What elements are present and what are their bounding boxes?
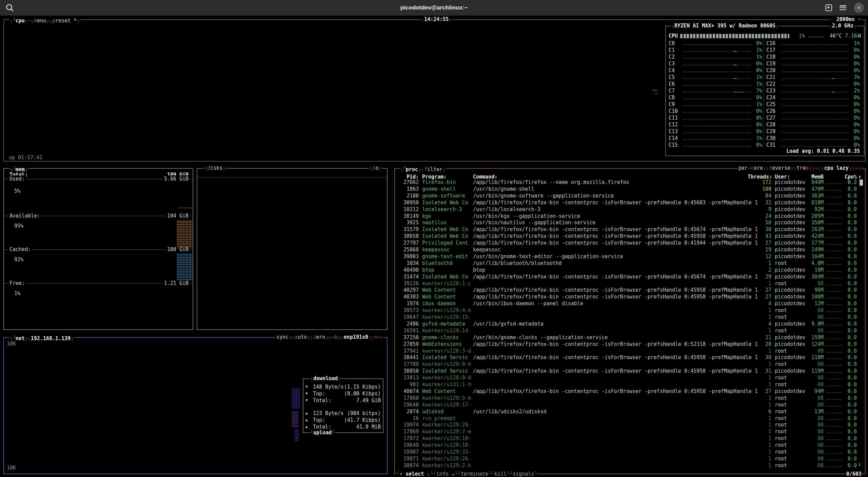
n--toggle[interactable]: n→ (374, 334, 380, 340)
--toggle[interactable]: ← (815, 165, 818, 171)
new-tab-icon[interactable] (825, 4, 832, 11)
core-row-c24: C240% (666, 94, 864, 101)
network-controls: sync┌┐auto┌┐zero┌┐←b┌┐enp191s0┌┐n→┌ (276, 334, 384, 340)
process-panel-title: ┐4proc┌┐filter┌ (400, 165, 446, 173)
process-row-40297[interactable]: 40297Web Content/app/lib/firefox/firefox… (395, 287, 865, 293)
download-arrow-icon: ▼ (305, 383, 308, 390)
process-row-40074[interactable]: 40074Web Content/app/lib/firefox/firefox… (395, 388, 865, 395)
process-row-27797[interactable]: 27797Privileged Cont/app/lib/firefox/fir… (395, 240, 865, 246)
process-row-27859[interactable]: 27859WebExtensions/app/lib/firefox/firef… (395, 341, 865, 348)
mem-cached-percent: 92% (14, 256, 23, 263)
cpu-graph-dots (654, 93, 658, 95)
ip-address: 192.168.1.139 (31, 335, 71, 341)
interval-value: 2000ms (836, 16, 855, 22)
process-row-2074[interactable]: 2074udisksd/usr/lib/udisks2/udisksd6root… (395, 408, 865, 415)
process-row-37250[interactable]: 37250gnome-clocks/usr/bin/gnome-clocks -… (395, 334, 865, 341)
process-row-38850[interactable]: 38850Isolated Servic/app/lib/firefox/fir… (395, 368, 865, 374)
process-row-40303[interactable]: 40303Web Content/app/lib/firefox/firefox… (395, 293, 865, 300)
uptime: up 01:57:41 (9, 154, 42, 161)
per-core-toggle[interactable]: per-core (738, 165, 763, 171)
core-row-c26: C260% (666, 108, 864, 115)
process-row-38441[interactable]: 38441Isolated Servic/app/lib/firefox/fir… (395, 354, 865, 361)
mem-free-label: Free: (8, 280, 26, 287)
preset-button[interactable]: preset * (52, 18, 77, 24)
process-row-39226[interactable]: 39226kworker/u128:1-c1root0B0.0 (395, 280, 865, 287)
core-row-c25: C250% (666, 101, 864, 108)
process-panel: ┐4proc┌┐filter┌ per-core┌┐reverse┌┐tree┌… (394, 168, 866, 474)
upload-arrow-icon: ▲ (305, 410, 308, 417)
traffic-row: ▼148 Byte/s(1.15 Kibps) (305, 383, 381, 390)
sync-toggle[interactable]: sync (276, 334, 289, 340)
process-row-1863[interactable]: 1863gnome-shell/usr/bin/gnome-shell108pi… (395, 186, 865, 192)
process-row-17872[interactable]: 17872kworker/u129:10-1root0B0.0 (395, 435, 865, 442)
core-row-c30: C300% (666, 135, 864, 142)
cpu-total-row: CPU 1% 46°C 7.16 W (666, 33, 864, 39)
reverse-toggle[interactable]: reverse (769, 165, 790, 171)
scroll-down-icon[interactable]: ↓ (858, 461, 861, 468)
process-footer-menu: ┘↑ select ↓└┘info ↵└┘terminate└┘kill└┘si… (396, 471, 538, 477)
process-row-16[interactable]: 16rcu_preempt1root0B0.0 (395, 415, 865, 422)
net-upload-graph-dots (292, 411, 298, 427)
process-row-25868[interactable]: 25868keepassxckeepassxc19picodotdev249M0… (395, 246, 865, 253)
process-row-983[interactable]: 983kworker/u131:1-h1root0B0.0 (395, 381, 865, 388)
process-row-38074[interactable]: 38074kworker/u129:2-k1root0B0.0 (395, 462, 865, 469)
hamburger-menu-icon[interactable] (840, 5, 846, 10)
kill-menu-item[interactable]: kill (494, 471, 507, 477)
process-row-10212[interactable]: 10212localsearch-3/usr/lib/localsearch-3… (395, 206, 865, 213)
process-row-37941[interactable]: 37941kworker/u128:3-d1root0B0.0 (395, 348, 865, 354)
process-row-13813[interactable]: 13813kworker/u128:0-d1root0B0.0 (395, 374, 865, 381)
process-row-19648[interactable]: 19648kworker/u129:17-1root0B0.0 (395, 401, 865, 408)
process-row-31579[interactable]: 31579Isolated Web Co/app/lib/firefox/fir… (395, 226, 865, 233)
close-icon[interactable]: ✕ (854, 3, 864, 13)
interval-increase-button[interactable]: + (858, 16, 861, 22)
process-row-31474[interactable]: 31474Isolated Web Co/app/lib/firefox/fir… (395, 273, 865, 280)
process-row-3925[interactable]: 3925nautilus/usr/bin/nautilus --gapplica… (395, 219, 865, 226)
core-row-c21: C213% (666, 74, 864, 81)
process-row-16591[interactable]: 16591kworker/u129:14-1root0B0.0 (395, 327, 865, 334)
mem-free-value: 1.21 GiB (163, 280, 190, 287)
mem-available-graph (177, 220, 192, 248)
cpu-lazy-toggle[interactable]: cpu lazy (824, 165, 849, 171)
process-row-30950[interactable]: 30950Isolated Web Co/app/lib/firefox/fir… (395, 199, 865, 206)
-b-toggle[interactable]: ←b (331, 334, 337, 340)
traffic-row: ▲Top:(41.7 Kibps) (305, 417, 381, 423)
terminate-menu-item[interactable]: terminate (461, 471, 488, 477)
process-row-1974[interactable]: 1974ibus-daemon/usr/bin/ibus-daemon --pa… (395, 300, 865, 307)
process-row-17789[interactable]: 17789kworker/u129:0-k1root0B0.0 (395, 361, 865, 368)
process-row-17869[interactable]: 17869kworker/u129:7-e1root0B0.0 (395, 428, 865, 435)
info-menu-item[interactable]: info ↵ (436, 471, 454, 477)
process-row-19974[interactable]: 19974kworker/u129:29-1root0B0.0 (395, 421, 865, 428)
process-row-19971[interactable]: 19971kworker/u129:26-1root0B0.0 (395, 455, 865, 462)
signals-menu-item[interactable]: signals (513, 471, 534, 477)
process-row-19647[interactable]: 19647kworker/u129:15-1root0B0.0 (395, 314, 865, 320)
process-row-1034[interactable]: 1034bluetoothd/usr/lib/bluetooth/bluetoo… (395, 260, 865, 267)
clock: ┐14:24:55┌ (420, 16, 452, 23)
process-row-19987[interactable]: 19987kworker/u129:33-1root0B0.0 (395, 449, 865, 455)
process-row-2486[interactable]: 2486gvfsd-metadata/usr/lib/gvfsd-metadat… (395, 320, 865, 327)
enp191s0-toggle[interactable]: enp191s0 (344, 334, 368, 340)
process-row-38658[interactable]: 38658Isolated Web Co/app/lib/firefox/fir… (395, 233, 865, 240)
interval-decrease-button[interactable]: - (830, 16, 833, 22)
process-row-27662[interactable]: 27662firefox-bin/app/lib/firefox/firefox… (395, 179, 865, 186)
scrollbar-thumb[interactable] (860, 180, 863, 186)
network-panel: ┐3net┌┐192.168.1.139┌ sync┌┐auto┌┐zero┌┐… (3, 337, 388, 474)
io-mode-toggle[interactable]: ┐io┌ (369, 165, 382, 171)
auto-toggle[interactable]: auto (295, 334, 307, 340)
tree-toggle[interactable]: tree (796, 165, 809, 171)
process-row-38149[interactable]: 38149kgx/usr/bin/kgx --gapplication-serv… (395, 213, 865, 220)
process-row-39573[interactable]: 39573kworker/u129:4-k1root0B0.0 (395, 307, 865, 314)
mem-available-value: 104 GiB (166, 212, 190, 219)
filter-button[interactable]: filter (424, 166, 442, 172)
select-menu-item[interactable]: ↑ select ↓ (399, 471, 430, 477)
process-row-2180[interactable]: 2180gnome-software/usr/bin/gnome-softwar… (395, 192, 865, 199)
menu-button[interactable]: menu (34, 18, 46, 24)
--toggle[interactable]: → (855, 165, 858, 171)
process-row-39803[interactable]: 39803gnome-text-edit/usr/bin/gnome-text-… (395, 253, 865, 260)
download-label: ┐download┌ (310, 375, 341, 382)
process-row-17868[interactable]: 17868kworker/u129:5-k1root0B0.0 (395, 395, 865, 401)
traffic-row: ▲123 Byte/s(984 bitps) (305, 410, 381, 417)
process-row-40490[interactable]: 40490btopbtop2picodotdev10M0.0 (395, 267, 865, 273)
process-row-19649[interactable]: 19649kworker/u129:18-1root0B0.0 (395, 442, 865, 449)
process-sort-controls: per-core┌┐reverse┌┐tree┌┐←┌┐cpu lazy┌┐→┌ (738, 165, 862, 171)
zero-toggle[interactable]: zero (313, 334, 325, 340)
